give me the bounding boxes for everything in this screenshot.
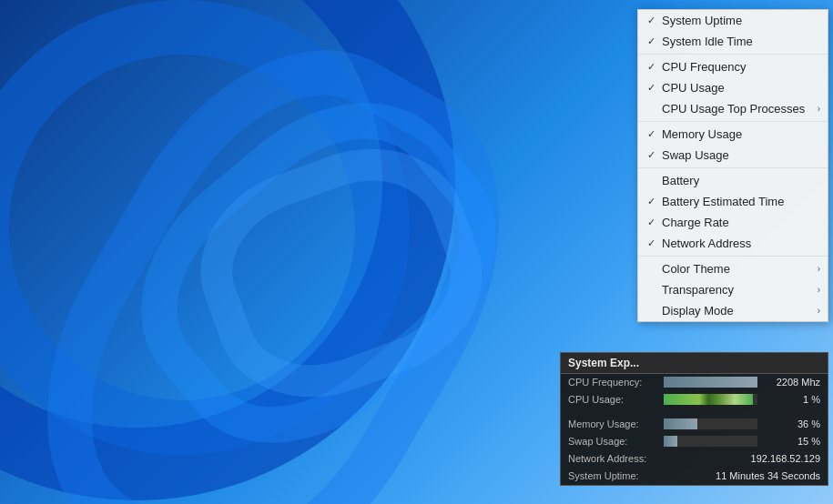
menu-separator [638,54,828,55]
menu-item-color-theme[interactable]: Color Theme› [638,258,828,279]
menu-item-transparency[interactable]: Transparency› [638,279,828,300]
arrow-icon-color-theme: › [818,264,820,274]
check-icon-battery-estimated-time: ✓ [644,196,658,207]
menu-separator [638,167,828,168]
menu-separator [638,256,828,257]
sysexp-value-system-uptime-row: 11 Minutes 34 Seconds [664,470,820,481]
sysexp-bar-cpu-usage-row [664,394,753,405]
menu-label-transparency: Transparency [662,283,818,297]
check-icon-cpu-frequency: ✓ [644,61,658,73]
sysexp-row-network-addr-row: Network Address:192.168.52.129 [561,450,828,468]
sysexp-bar-memory-usage-row [664,418,697,429]
menu-item-cpu-frequency[interactable]: ✓CPU Frequency [638,56,828,77]
menu-item-system-idle-time[interactable]: ✓System Idle Time [638,31,828,52]
check-icon-network-address: ✓ [644,237,658,249]
sysexp-value-cpu-usage-row: 1 % [761,394,820,405]
system-explorer-widget: System Exp... CPU Frequency:2208 MhzCPU … [560,352,828,486]
menu-label-system-idle-time: System Idle Time [662,35,820,48]
check-icon-swap-usage: ✓ [644,149,658,161]
menu-separator [638,121,828,122]
sysexp-row-cpu-usage-row: CPU Usage:1 % [561,391,828,408]
menu-label-color-theme: Color Theme [662,262,818,276]
sysexp-label-swap-usage-row: Swap Usage: [568,436,664,447]
menu-label-network-address: Network Address [662,237,820,250]
menu-label-display-mode: Display Mode [662,304,818,318]
sysexp-bar-cpu-freq [664,377,757,388]
menu-label-cpu-usage: CPU Usage [662,81,820,95]
sysexp-label-network-addr-row: Network Address: [568,453,664,464]
sysexp-value-swap-usage-row: 15 % [761,436,820,447]
sysexp-label-memory-usage-row: Memory Usage: [568,418,664,429]
arrow-icon-cpu-usage-top-processes: › [818,104,820,114]
context-menu: ✓System Uptime✓System Idle Time✓CPU Freq… [637,9,828,322]
sysexp-bar-swap-usage-row [664,436,677,447]
sysexp-value-network-addr-row: 192.168.52.129 [664,453,820,464]
sysexp-row-swap-usage-row: Swap Usage:15 % [561,433,828,450]
menu-label-cpu-frequency: CPU Frequency [662,60,820,74]
sysexp-bar-container-cpu-freq [664,377,757,388]
menu-label-cpu-usage-top-processes: CPU Usage Top Processes [662,102,818,116]
sysexp-label-cpu-freq: CPU Frequency: [568,377,664,388]
menu-label-battery-estimated-time: Battery Estimated Time [662,195,820,208]
sysexp-label-cpu-usage-row: CPU Usage: [568,394,664,405]
menu-label-system-uptime: System Uptime [662,14,820,27]
check-icon-charge-rate: ✓ [644,217,658,228]
menu-item-cpu-usage-top-processes[interactable]: CPU Usage Top Processes› [638,98,828,119]
menu-item-swap-usage[interactable]: ✓Swap Usage [638,145,828,166]
check-icon-system-idle-time: ✓ [644,35,658,47]
sysexp-bar-container-memory-usage-row [664,418,757,429]
menu-label-battery: Battery [662,174,820,187]
menu-label-charge-rate: Charge Rate [662,216,820,229]
menu-item-battery-estimated-time[interactable]: ✓Battery Estimated Time [638,191,828,212]
sysexp-spacer [561,408,828,416]
sysexp-value-cpu-freq: 2208 Mhz [761,377,820,388]
sysexp-row-memory-usage-row: Memory Usage:36 % [561,416,828,433]
check-icon-cpu-usage: ✓ [644,82,658,94]
sysexp-row-cpu-freq: CPU Frequency:2208 Mhz [561,374,828,391]
menu-item-display-mode[interactable]: Display Mode› [638,300,828,321]
menu-label-swap-usage: Swap Usage [662,148,820,162]
sysexp-title: System Exp... [561,353,828,374]
menu-item-charge-rate[interactable]: ✓Charge Rate [638,212,828,233]
sysexp-label-system-uptime-row: System Uptime: [568,470,664,481]
sysexp-value-memory-usage-row: 36 % [761,418,820,429]
sysexp-row-system-uptime-row: System Uptime:11 Minutes 34 Seconds [561,468,828,485]
check-icon-memory-usage: ✓ [644,128,658,140]
desktop: ✓System Uptime✓System Idle Time✓CPU Freq… [0,0,833,504]
menu-item-system-uptime[interactable]: ✓System Uptime [638,10,828,31]
arrow-icon-transparency: › [818,285,820,295]
menu-item-network-address[interactable]: ✓Network Address [638,233,828,254]
menu-label-memory-usage: Memory Usage [662,127,820,141]
arrow-icon-display-mode: › [818,306,820,316]
menu-item-cpu-usage[interactable]: ✓CPU Usage [638,77,828,98]
menu-item-battery[interactable]: Battery [638,170,828,191]
menu-item-memory-usage[interactable]: ✓Memory Usage [638,124,828,145]
sysexp-bar-container-cpu-usage-row [664,394,757,405]
sysexp-bar-container-swap-usage-row [664,436,757,447]
check-icon-system-uptime: ✓ [644,15,658,26]
